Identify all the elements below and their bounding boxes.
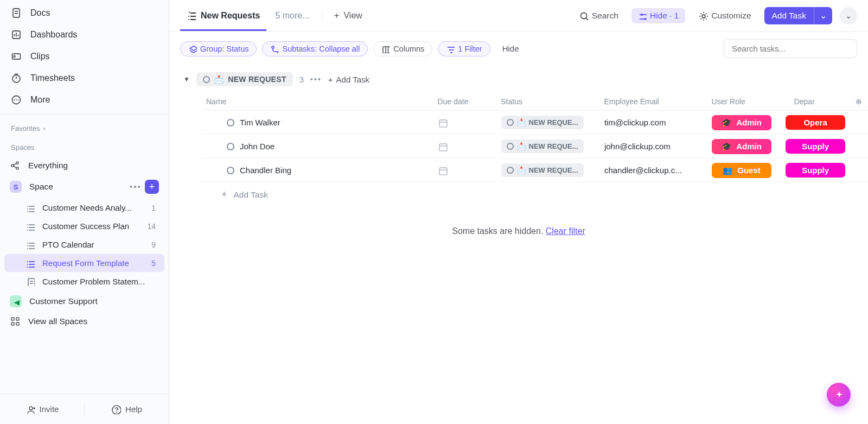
add-task-row[interactable]: + Add Task xyxy=(202,182,868,205)
sidebar-list-item[interactable]: Customer Success Plan14 xyxy=(4,217,164,235)
branch-icon xyxy=(270,45,279,53)
table-header-row: Name Due date Status Employee Email User… xyxy=(202,93,868,111)
main-content: New Requests 5 more... + View Search Hid… xyxy=(169,0,868,424)
group-count: 3 xyxy=(299,75,304,84)
grid-icon xyxy=(10,316,21,327)
email-cell[interactable]: chandler@clickup.c... xyxy=(600,166,707,175)
space-more-icon[interactable]: ••• xyxy=(130,182,142,192)
dept-badge[interactable]: Opera xyxy=(786,115,845,130)
email-cell[interactable]: john@clickup.com xyxy=(600,142,707,151)
header-search[interactable]: Search xyxy=(573,8,624,23)
col-status[interactable]: Status xyxy=(496,93,599,110)
sidebar-list-item[interactable]: PTO Calendar9 xyxy=(4,236,164,254)
sidebar-customer-support[interactable]: Customer Support xyxy=(0,291,169,312)
role-badge[interactable]: 🎓Admin xyxy=(712,115,771,130)
header-customize[interactable]: Customize xyxy=(693,8,756,23)
group-collapse-caret[interactable]: ▼ xyxy=(183,75,190,83)
group-status-chip[interactable]: 📩 NEW REQUEST xyxy=(196,72,293,86)
sidebar-list-item[interactable]: Request Form Template5 xyxy=(4,254,164,272)
table-row[interactable]: Tim Walker 📩NEW REQUE... tim@clickup.com… xyxy=(202,111,868,135)
status-chip[interactable]: 📩NEW REQUE... xyxy=(501,140,584,153)
col-email[interactable]: Employee Email xyxy=(600,93,707,110)
list-icon xyxy=(26,259,36,268)
list-icon xyxy=(26,241,36,249)
columns-icon xyxy=(381,45,390,53)
chip-filter[interactable]: 1 Filter xyxy=(438,41,490,56)
chip-group-status[interactable]: Group: Status xyxy=(180,41,257,56)
chevron-down-icon: ⌄ xyxy=(845,11,852,20)
sidebar-list-item[interactable]: Customer Problem Statem... xyxy=(4,273,164,290)
chevron-down-icon[interactable]: ⌄ xyxy=(814,7,832,24)
sidebar-list-item[interactable]: Customer Needs Analy...1 xyxy=(4,199,164,217)
doc-icon xyxy=(26,277,36,286)
doc-icon xyxy=(11,8,22,18)
task-name: John Doe xyxy=(240,142,275,151)
role-badge[interactable]: 🎓Admin xyxy=(712,139,771,154)
dash-icon xyxy=(11,29,22,40)
table-row[interactable]: Chandler Bing 📩NEW REQUE... chandler@cli… xyxy=(202,159,868,182)
chip-subtasks[interactable]: Subtasks: Collapse all xyxy=(262,41,368,56)
sparkle-icon xyxy=(834,390,844,400)
view-tabs-bar: New Requests 5 more... + View Search Hid… xyxy=(169,0,868,31)
header-hide-chip[interactable]: Hide · 1 xyxy=(631,8,685,23)
status-circle-icon[interactable] xyxy=(227,119,234,126)
ai-fab-button[interactable] xyxy=(827,383,851,407)
sidebar-space[interactable]: S Space ••• + xyxy=(0,175,169,198)
sidebar-nav-docs[interactable]: Docs xyxy=(0,2,169,24)
tab-more[interactable]: 5 more... xyxy=(269,11,316,21)
share-icon xyxy=(10,160,21,171)
search-tasks-input[interactable] xyxy=(724,39,857,58)
sliders-icon xyxy=(638,11,647,20)
status-circle-icon[interactable] xyxy=(227,143,234,150)
status-circle-icon xyxy=(203,76,210,83)
calendar-icon[interactable] xyxy=(438,166,448,175)
tab-new-requests[interactable]: New Requests xyxy=(180,0,266,31)
favorites-section[interactable]: Favorites › xyxy=(0,118,169,137)
group-more-icon[interactable]: ••• xyxy=(310,75,322,84)
sidebar: DocsDashboardsClipsTimesheetsMore Favori… xyxy=(0,0,169,424)
col-department[interactable]: Depar xyxy=(781,93,850,110)
filter-hide[interactable]: Hide xyxy=(502,44,519,53)
status-chip[interactable]: 📩NEW REQUE... xyxy=(501,116,584,129)
hidden-tasks-message: Some tasks are hidden. Clear filter xyxy=(169,226,868,236)
header-add-task-button[interactable]: Add Task ⌄ xyxy=(764,7,832,24)
status-chip[interactable]: 📩NEW REQUE... xyxy=(501,163,584,177)
sidebar-nav-more[interactable]: More xyxy=(0,89,169,111)
help-button[interactable]: Help xyxy=(85,394,169,424)
more-icon xyxy=(11,94,22,105)
table-row[interactable]: John Doe 📩NEW REQUE... john@clickup.com … xyxy=(202,135,868,159)
sidebar-nav-clips[interactable]: Clips xyxy=(0,46,169,67)
col-due-date[interactable]: Due date xyxy=(433,93,497,110)
clear-filter-link[interactable]: Clear filter xyxy=(546,226,585,236)
help-icon xyxy=(111,404,121,414)
space-add-button[interactable]: + xyxy=(145,180,159,194)
role-badge[interactable]: 👥Guest xyxy=(712,163,771,178)
add-column-button[interactable]: ⊕ xyxy=(850,93,868,110)
dept-badge[interactable]: Supply xyxy=(786,163,845,178)
list-icon xyxy=(26,204,36,212)
sidebar-everything[interactable]: Everything xyxy=(0,156,169,175)
filter-icon xyxy=(446,45,455,53)
col-name[interactable]: Name xyxy=(202,93,433,110)
email-cell[interactable]: tim@clickup.com xyxy=(600,118,707,127)
calendar-icon[interactable] xyxy=(438,142,448,151)
dept-badge[interactable]: Supply xyxy=(786,139,845,154)
spaces-section-label: Spaces xyxy=(0,137,169,156)
calendar-icon[interactable] xyxy=(438,118,448,128)
layers-icon xyxy=(188,45,197,53)
invite-button[interactable]: Invite xyxy=(0,394,84,424)
group-add-task[interactable]: +Add Task xyxy=(328,75,369,84)
task-name: Chandler Bing xyxy=(240,166,291,175)
filter-bar: Group: Status Subtasks: Collapse all Col… xyxy=(169,31,868,66)
task-name: Tim Walker xyxy=(240,118,280,127)
timer-icon xyxy=(11,73,22,84)
col-role[interactable]: User Role xyxy=(707,93,781,110)
sidebar-nav-dashboards[interactable]: Dashboards xyxy=(0,24,169,46)
header-menu-button[interactable]: ⌄ xyxy=(840,7,857,24)
tab-add-view[interactable]: + View xyxy=(328,0,369,31)
person-add-icon xyxy=(25,404,35,414)
sidebar-nav-timesheets[interactable]: Timesheets xyxy=(0,67,169,89)
sidebar-view-all-spaces[interactable]: View all Spaces xyxy=(0,312,169,331)
status-circle-icon[interactable] xyxy=(227,167,234,174)
chip-columns[interactable]: Columns xyxy=(373,41,432,56)
